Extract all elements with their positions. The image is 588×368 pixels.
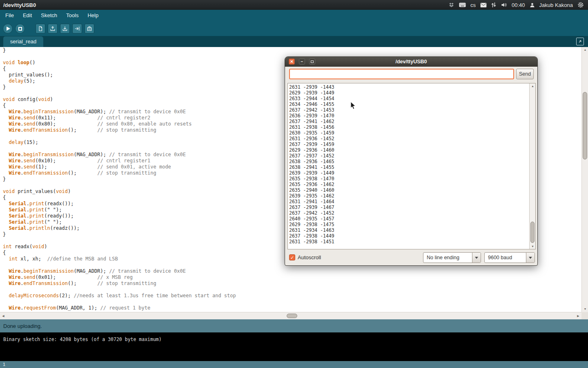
- status-message: Done uploading.: [3, 323, 42, 329]
- session-gear-icon[interactable]: [577, 2, 584, 8]
- menu-help[interactable]: Help: [83, 10, 103, 21]
- line-number-strip: 1: [0, 361, 588, 368]
- new-file-icon: [38, 26, 43, 31]
- serial-scroll-down-arrow[interactable]: ▼: [530, 244, 536, 249]
- menu-sketch[interactable]: Sketch: [36, 10, 62, 21]
- code-line: Wire.requestFrom(MAG_ADDR, 1); // reques…: [3, 305, 581, 311]
- top-panel: /dev/ttyUSB0 cs 00:40 Jakub Kakona: [0, 0, 588, 10]
- send-button[interactable]: Send: [516, 69, 534, 79]
- status-bar: Done uploading.: [0, 319, 588, 332]
- scroll-down-arrow[interactable]: ▼: [582, 306, 588, 312]
- upload-button[interactable]: [72, 24, 82, 34]
- stop-icon: [18, 27, 22, 31]
- serial-output-text: 2631 -2939 -1443 2629 -2939 -1449 2633 -…: [288, 83, 535, 245]
- window-maximize-button[interactable]: [309, 58, 315, 65]
- tab-serial-read[interactable]: serial_read: [3, 36, 43, 47]
- serial-scrollbar[interactable]: ▲ ▼: [529, 83, 535, 249]
- scrollbar-corner: [581, 312, 588, 319]
- ide-toolbar: [0, 21, 588, 36]
- autoscroll-label[interactable]: Autoscroll: [298, 254, 321, 260]
- vertical-scrollbar-thumb[interactable]: [583, 92, 587, 159]
- tab-bar: serial_read: [0, 36, 588, 47]
- code-line: delayMicroseconds(2); //needs at least 1…: [3, 293, 581, 299]
- clock[interactable]: 00:40: [512, 2, 525, 8]
- window-titlebar[interactable]: ✕ − /dev/ttyUSB0: [285, 57, 537, 67]
- keyboard-layout-label[interactable]: cs: [470, 2, 476, 8]
- code-line: Wire.send(0x01); // x MSB reg: [3, 274, 581, 280]
- horizontal-scrollbar-thumb[interactable]: [287, 314, 297, 318]
- dropbox-icon[interactable]: [448, 2, 454, 8]
- window-minimize-button[interactable]: −: [299, 58, 305, 65]
- code-line: Wire.endTransmission(); // stop transmit…: [3, 280, 581, 287]
- serial-scrollbar-thumb[interactable]: [530, 222, 535, 243]
- verify-button[interactable]: [3, 24, 13, 34]
- menu-tools[interactable]: Tools: [62, 10, 83, 21]
- desktop: /dev/ttyUSB0 cs 00:40 Jakub Kakona: [0, 0, 588, 368]
- play-icon: [7, 27, 10, 31]
- window-title: /dev/ttyUSB0: [285, 57, 537, 67]
- mouse-cursor: [350, 101, 356, 112]
- serial-monitor-icon: [87, 26, 92, 31]
- current-line-number: 1: [3, 362, 5, 367]
- console-output: Binary sketch size: 4208 bytes (of a 307…: [0, 332, 588, 361]
- focused-window-title: /dev/ttyUSB0: [0, 2, 36, 8]
- code-line: [3, 299, 581, 305]
- volume-icon[interactable]: [501, 2, 507, 8]
- serial-monitor-window: ✕ − /dev/ttyUSB0 Send 2631 -2939 -1443 2…: [285, 56, 538, 266]
- open-arrow-up-icon: [50, 26, 56, 31]
- tab-menu-button[interactable]: [576, 38, 584, 45]
- console-text: Binary sketch size: 4208 bytes (of a 307…: [3, 337, 162, 342]
- save-arrow-down-icon: [62, 26, 68, 31]
- code-line: }: [3, 47, 581, 54]
- serial-output-area[interactable]: 2631 -2939 -1443 2629 -2939 -1449 2633 -…: [287, 83, 536, 249]
- serial-send-input[interactable]: [289, 69, 514, 79]
- open-sketch-button[interactable]: [48, 24, 58, 34]
- scroll-right-arrow[interactable]: ▶: [575, 312, 581, 320]
- user-name[interactable]: Jakub Kakona: [539, 2, 573, 8]
- chevron-down-icon[interactable]: [526, 253, 535, 263]
- baud-rate-select[interactable]: 9600 baud: [484, 252, 535, 263]
- serial-monitor-button[interactable]: [85, 24, 94, 34]
- menu-edit[interactable]: Edit: [18, 10, 36, 21]
- network-sync-icon[interactable]: [491, 2, 496, 8]
- keyboard-layout-icon[interactable]: [459, 2, 466, 7]
- line-ending-select[interactable]: No line ending: [423, 252, 481, 263]
- editor-horizontal-scrollbar[interactable]: ◀ ▶: [0, 312, 581, 319]
- new-sketch-button[interactable]: [36, 24, 45, 34]
- maximize-icon: [311, 61, 314, 63]
- system-tray: cs 00:40 Jakub Kakona: [448, 2, 588, 8]
- new-tab-icon: [578, 39, 582, 44]
- user-icon: [530, 2, 535, 8]
- scroll-left-arrow[interactable]: ◀: [0, 312, 7, 320]
- serial-scroll-up-arrow[interactable]: ▲: [530, 83, 536, 89]
- window-close-button[interactable]: ✕: [289, 58, 295, 65]
- editor-vertical-scrollbar[interactable]: ▲ ▼: [581, 47, 588, 312]
- scroll-up-arrow[interactable]: ▲: [582, 47, 588, 53]
- stop-button[interactable]: [15, 24, 25, 34]
- autoscroll-checkbox[interactable]: ✓: [289, 254, 295, 260]
- code-line: [3, 287, 581, 293]
- messages-envelope-icon[interactable]: [480, 3, 487, 7]
- save-sketch-button[interactable]: [60, 24, 70, 34]
- menu-file[interactable]: File: [1, 10, 18, 21]
- upload-arrow-right-icon: [74, 26, 80, 31]
- menu-bar: FileEditSketchToolsHelp: [0, 10, 588, 21]
- chevron-down-icon[interactable]: [472, 253, 481, 263]
- code-line: Wire.beginTransmission(MAG_ADDR); // tra…: [3, 268, 581, 274]
